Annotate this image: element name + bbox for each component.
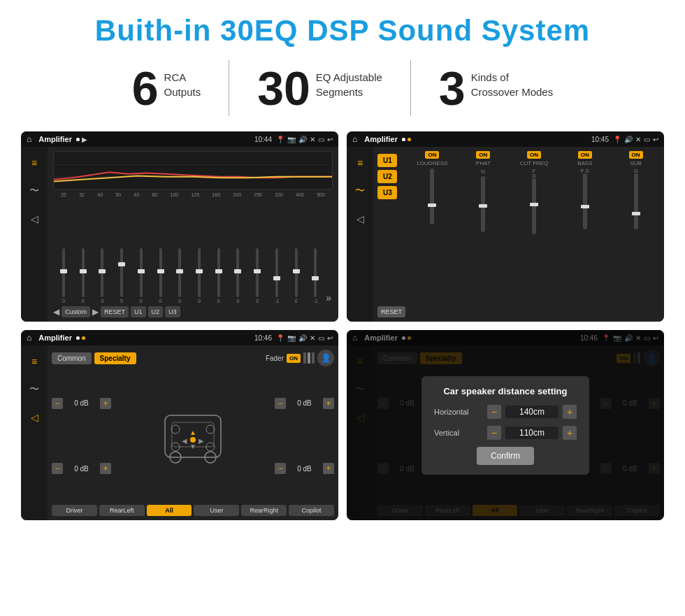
sub-on-badge[interactable]: ON bbox=[629, 151, 643, 159]
eq-main-area: 25 32 40 50 63 80 100 125 160 200 250 32… bbox=[48, 147, 338, 322]
svg-text:▶: ▶ bbox=[199, 437, 204, 445]
user-btn[interactable]: User bbox=[194, 505, 239, 516]
eq-slider-6[interactable]: 0 bbox=[152, 248, 170, 303]
all-btn[interactable]: All bbox=[147, 505, 192, 516]
horizontal-row: Horizontal − 140cm + bbox=[434, 405, 577, 419]
vertical-label: Vertical bbox=[434, 429, 483, 437]
eq-slider-3[interactable]: 0 bbox=[93, 248, 111, 303]
fader-status-dots bbox=[76, 336, 85, 340]
amp-speaker-icon[interactable]: ◁ bbox=[351, 210, 369, 228]
amp-home-icon[interactable]: ⌂ bbox=[352, 134, 357, 144]
fader-on-controls: Fader ON 👤 bbox=[266, 350, 334, 366]
horizontal-label: Horizontal bbox=[434, 408, 483, 416]
svg-text:▲: ▲ bbox=[189, 429, 196, 436]
cutfreq-on-badge[interactable]: ON bbox=[527, 151, 541, 159]
speaker-icon[interactable]: ◁ bbox=[25, 210, 43, 228]
eq-slider-2[interactable]: 0 bbox=[74, 248, 92, 303]
amp-wave-icon[interactable]: 〜 bbox=[351, 182, 369, 200]
prev-arrow[interactable]: ◀ bbox=[53, 307, 59, 317]
fader-on-toggle[interactable]: ON bbox=[287, 354, 301, 363]
eq-slider-11[interactable]: 0 bbox=[248, 248, 266, 303]
fader-back-icon[interactable]: ↩ bbox=[327, 334, 333, 342]
stat-crossover: 3 Kinds of Crossover Modes bbox=[411, 64, 581, 112]
fader-right-minus-1[interactable]: − bbox=[275, 398, 286, 409]
expand-icon[interactable]: » bbox=[326, 292, 331, 303]
phat-slider[interactable] bbox=[481, 176, 485, 232]
fader-status-icons: 📍 📷 🔊 ✕ ▭ ↩ bbox=[276, 334, 333, 342]
bass-slider[interactable] bbox=[583, 173, 587, 229]
stats-row: 6 RCA Outputs 30 EQ Adjustable Segments … bbox=[21, 60, 664, 116]
rear-left-btn[interactable]: RearLeft bbox=[99, 505, 145, 516]
fader-body: − 0 dB + − 0 dB + bbox=[52, 371, 334, 501]
next-arrow[interactable]: ▶ bbox=[92, 307, 99, 317]
fader-minus-2[interactable]: − bbox=[52, 463, 63, 474]
eq-slider-7[interactable]: 0 bbox=[171, 248, 189, 303]
fader-plus-2[interactable]: + bbox=[100, 463, 111, 474]
specialty-tab[interactable]: Specialty bbox=[94, 352, 136, 364]
amp-side-icons: ≡ 〜 ◁ bbox=[347, 147, 373, 322]
fader-right-minus-2[interactable]: − bbox=[275, 463, 286, 474]
stat-rca: 6 RCA Outputs bbox=[104, 64, 229, 112]
amp-status-icons: 📍 🔊 ✕ ▭ ↩ bbox=[613, 136, 658, 143]
eq-slider-10[interactable]: 0 bbox=[229, 248, 247, 303]
loudness-slider[interactable] bbox=[430, 169, 434, 224]
home-icon[interactable]: ⌂ bbox=[27, 134, 31, 144]
eq-slider-8[interactable]: 0 bbox=[190, 248, 208, 303]
fader-right-channels: − 0 dB + − 0 dB + bbox=[275, 371, 334, 501]
eq-slider-5[interactable]: 0 bbox=[132, 248, 150, 303]
u2-btn[interactable]: U2 bbox=[148, 306, 164, 317]
horizontal-plus[interactable]: + bbox=[563, 405, 577, 419]
driver-btn[interactable]: Driver bbox=[52, 505, 97, 516]
fader-header-row: Common Specialty Fader ON 👤 bbox=[52, 350, 334, 366]
eq-slider-4[interactable]: 5 bbox=[113, 248, 131, 303]
fader-minus-1[interactable]: − bbox=[52, 398, 63, 409]
u1-button[interactable]: U1 bbox=[377, 154, 397, 167]
fader-avatar-icon[interactable]: 👤 bbox=[317, 350, 334, 366]
fader-speaker-icon[interactable]: ◁ bbox=[25, 408, 43, 427]
amp-time: 10:45 bbox=[591, 136, 609, 143]
eq-slider-1[interactable]: 0 bbox=[55, 248, 73, 303]
eq-slider-14[interactable]: -1 bbox=[307, 248, 325, 303]
stat-crossover-text: Kinds of Crossover Modes bbox=[471, 64, 554, 99]
phat-on-badge[interactable]: ON bbox=[476, 151, 490, 159]
back-icon[interactable]: ↩ bbox=[327, 136, 333, 143]
reset-btn[interactable]: RESET bbox=[101, 306, 129, 317]
fader-wave-icon[interactable]: 〜 bbox=[25, 380, 43, 399]
fader-main-area: Common Specialty Fader ON 👤 bbox=[48, 345, 338, 520]
bass-on-badge[interactable]: ON bbox=[578, 151, 592, 159]
fader-right-db-2: 0 dB bbox=[288, 465, 321, 473]
amp-reset-btn[interactable]: RESET bbox=[377, 306, 405, 317]
copilot-btn[interactable]: Copilot bbox=[289, 505, 334, 516]
volume-icon: 🔊 bbox=[298, 136, 307, 143]
rear-right-btn[interactable]: RearRight bbox=[241, 505, 287, 516]
confirm-button[interactable]: Confirm bbox=[477, 447, 534, 465]
vertical-plus[interactable]: + bbox=[563, 426, 577, 440]
loudness-on-badge[interactable]: ON bbox=[425, 151, 439, 159]
eq-slider-13[interactable]: 0 bbox=[287, 248, 305, 303]
amp-eq-icon[interactable]: ≡ bbox=[351, 154, 369, 172]
u3-button[interactable]: U3 bbox=[377, 186, 397, 199]
horizontal-minus[interactable]: − bbox=[487, 405, 501, 419]
custom-btn[interactable]: Custom bbox=[62, 306, 90, 317]
dialog-title: Car speaker distance setting bbox=[434, 386, 577, 396]
vertical-minus[interactable]: − bbox=[487, 426, 501, 440]
u3-btn[interactable]: U3 bbox=[165, 306, 180, 317]
eq-slider-12[interactable]: -1 bbox=[268, 248, 286, 303]
cutfreq-slider[interactable] bbox=[532, 178, 536, 234]
amp-back-icon[interactable]: ↩ bbox=[653, 136, 658, 143]
fader-right-plus-1[interactable]: + bbox=[323, 398, 334, 409]
eq-icon[interactable]: ≡ bbox=[25, 154, 43, 172]
screens-grid: ⌂ Amplifier ▶ 10:44 📍 📷 🔊 ✕ ▭ ↩ bbox=[21, 131, 664, 520]
common-tab[interactable]: Common bbox=[52, 352, 92, 364]
u1-btn[interactable]: U1 bbox=[131, 306, 146, 317]
eq-slider-9[interactable]: 0 bbox=[210, 248, 228, 303]
fader-plus-1[interactable]: + bbox=[100, 398, 111, 409]
fader-eq-icon[interactable]: ≡ bbox=[25, 352, 43, 371]
sub-slider[interactable] bbox=[634, 173, 638, 229]
eq-sliders-row: 0 0 0 5 0 0 0 0 0 0 0 -1 0 -1 » bbox=[53, 200, 333, 303]
u2-button[interactable]: U2 bbox=[377, 170, 397, 183]
wave-icon[interactable]: 〜 bbox=[25, 182, 43, 200]
fader-right-plus-2[interactable]: + bbox=[323, 463, 334, 474]
fader-home-icon[interactable]: ⌂ bbox=[27, 333, 31, 343]
stat-crossover-number: 3 bbox=[439, 64, 466, 112]
